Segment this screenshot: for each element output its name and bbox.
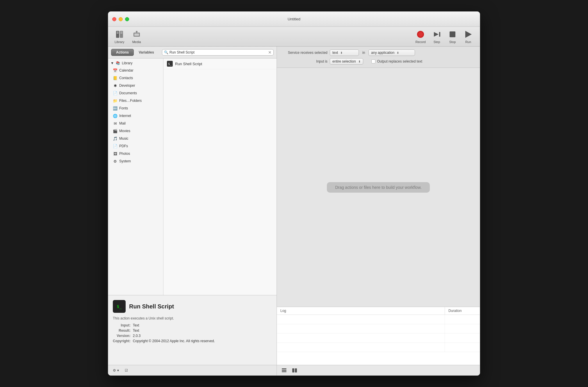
media-label: Media bbox=[132, 40, 141, 44]
copyright-value: Copyright © 2004-2012 Apple Inc. All rig… bbox=[133, 339, 272, 343]
log-rows bbox=[277, 315, 480, 365]
input-value: Text bbox=[133, 323, 272, 327]
svg-rect-16 bbox=[282, 370, 286, 371]
preview-pane: $_ Run Shell Script This action executes… bbox=[108, 295, 277, 365]
step-label: Step bbox=[434, 40, 440, 44]
chevron-updown-icon-2: ⬍ bbox=[397, 51, 399, 54]
tab-variables[interactable]: Variables bbox=[134, 49, 159, 56]
input-label: Input: bbox=[113, 323, 131, 327]
preview-title: Run Shell Script bbox=[129, 303, 174, 310]
svg-point-8 bbox=[136, 31, 138, 33]
sidebar-item-label: Calendar bbox=[119, 68, 133, 72]
minimize-button[interactable] bbox=[119, 17, 123, 21]
output-replaces-label: Output replaces selected text bbox=[377, 59, 422, 63]
library-label: Library bbox=[115, 40, 124, 44]
sidebar-item-fonts[interactable]: 🔤 Fonts bbox=[108, 104, 163, 112]
calendar-icon: 📅 bbox=[113, 68, 117, 73]
photos-icon: 🖼 bbox=[113, 151, 117, 156]
sidebar-item-internet[interactable]: 🌐 Internet bbox=[108, 112, 163, 120]
search-box: 🔍 ✕ bbox=[162, 49, 274, 56]
add-button[interactable]: ☑ bbox=[123, 368, 130, 373]
right-panel: Service receives selected text ⬍ in any … bbox=[277, 47, 480, 375]
svg-rect-5 bbox=[120, 33, 122, 33]
tab-actions[interactable]: Actions bbox=[111, 49, 134, 56]
sidebar-item-files-folders[interactable]: 📁 Files…Folders bbox=[108, 97, 163, 104]
run-shell-script-icon: $_ bbox=[167, 61, 173, 67]
sidebar-group-library[interactable]: ▼ 📚 Library bbox=[108, 60, 163, 67]
input-selection-select[interactable]: entire selection ⬍ bbox=[330, 58, 363, 65]
close-button[interactable] bbox=[112, 17, 116, 21]
sidebar-item-developer[interactable]: ✱ Developer bbox=[108, 82, 163, 89]
system-icon: ⚙ bbox=[113, 159, 117, 164]
log-col-duration: Duration bbox=[445, 307, 480, 315]
list-view-icon bbox=[281, 368, 287, 373]
version-label: Version: bbox=[113, 334, 131, 338]
fonts-icon: 🔤 bbox=[113, 106, 117, 111]
chevron-updown-icon-3: ⬍ bbox=[358, 60, 361, 63]
traffic-lights bbox=[112, 17, 129, 21]
media-icon bbox=[132, 30, 141, 39]
search-input[interactable] bbox=[170, 50, 267, 54]
sidebar-item-documents[interactable]: 📄 Documents bbox=[108, 89, 163, 97]
maximize-button[interactable] bbox=[125, 17, 129, 21]
record-button[interactable]: Record bbox=[413, 29, 429, 45]
step-button[interactable]: Step bbox=[429, 29, 444, 45]
sidebar-item-system[interactable]: ⚙ System bbox=[108, 157, 163, 165]
left-panel: Actions Variables 🔍 ✕ ▼ 📚 Library bbox=[108, 47, 277, 375]
svg-rect-7 bbox=[134, 33, 139, 36]
split-view-button[interactable] bbox=[290, 367, 299, 374]
stop-button[interactable]: Stop bbox=[445, 29, 460, 45]
chevron-down-icon: ▼ bbox=[111, 61, 114, 65]
list-view-button[interactable] bbox=[280, 367, 288, 374]
record-icon bbox=[416, 30, 425, 39]
media-button[interactable]: Media bbox=[130, 29, 144, 45]
stop-icon bbox=[448, 30, 457, 39]
documents-icon: 📄 bbox=[113, 91, 117, 95]
run-button[interactable]: Run bbox=[461, 29, 476, 45]
workflow-area[interactable]: Drag actions or files here to build your… bbox=[277, 68, 480, 307]
add-icon: ☑ bbox=[125, 368, 128, 372]
service-text-select[interactable]: text ⬍ bbox=[330, 49, 359, 56]
left-bottom-toolbar: ⚙ ▾ ☑ bbox=[108, 365, 277, 375]
action-item-run-shell-script[interactable]: $_ Run Shell Script bbox=[163, 58, 277, 69]
sidebar-item-photos[interactable]: 🖼 Photos bbox=[108, 150, 163, 157]
service-bar: Service receives selected text ⬍ in any … bbox=[277, 47, 480, 68]
sidebar-item-contacts[interactable]: 📒 Contacts bbox=[108, 74, 163, 82]
sidebar-item-music[interactable]: 🎵 Music bbox=[108, 135, 163, 142]
search-clear-button[interactable]: ✕ bbox=[268, 50, 272, 54]
split-view-icon bbox=[292, 368, 297, 373]
service-app-select[interactable]: any application ⬍ bbox=[368, 49, 415, 56]
log-area: Log Duration bbox=[277, 307, 480, 365]
svg-rect-4 bbox=[120, 32, 122, 32]
sidebar-item-mail[interactable]: ✉ Mail bbox=[108, 120, 163, 127]
output-replaces-checkbox[interactable] bbox=[371, 59, 375, 63]
log-row-4 bbox=[277, 343, 480, 352]
sidebar-item-movies[interactable]: 🎬 Movies bbox=[108, 127, 163, 135]
sidebar-item-label: Files…Folders bbox=[119, 99, 142, 103]
library-button[interactable]: Library bbox=[112, 29, 127, 45]
workflow-hint: Drag actions or files here to build your… bbox=[327, 182, 430, 193]
sidebar-item-label: Movies bbox=[119, 129, 130, 133]
contacts-icon: 📒 bbox=[113, 76, 117, 80]
sidebar-item-label: PDFs bbox=[119, 144, 128, 148]
settings-button[interactable]: ⚙ ▾ bbox=[111, 368, 121, 373]
library-icon bbox=[115, 30, 124, 39]
run-label: Run bbox=[465, 40, 471, 44]
svg-rect-18 bbox=[292, 368, 294, 372]
stop-label: Stop bbox=[449, 40, 456, 44]
sidebar-item-label: Photos bbox=[119, 152, 130, 156]
svg-rect-12 bbox=[439, 32, 440, 37]
chevron-down-icon: ▾ bbox=[117, 368, 119, 372]
log-row-3 bbox=[277, 333, 480, 343]
search-icon: 🔍 bbox=[164, 50, 168, 54]
sidebar-item-label: Internet bbox=[119, 114, 131, 118]
step-icon bbox=[432, 30, 441, 39]
sidebar-item-label: System bbox=[119, 159, 131, 163]
action-item-label: Run Shell Script bbox=[175, 62, 202, 66]
sidebar-item-label: Fonts bbox=[119, 106, 128, 110]
sidebar-item-pdfs[interactable]: 📄 PDFs bbox=[108, 142, 163, 150]
sidebar-item-calendar[interactable]: 📅 Calendar bbox=[108, 67, 163, 74]
sidebar-item-label: Contacts bbox=[119, 76, 133, 80]
log-col-log: Log bbox=[277, 307, 445, 315]
svg-marker-14 bbox=[465, 31, 472, 38]
